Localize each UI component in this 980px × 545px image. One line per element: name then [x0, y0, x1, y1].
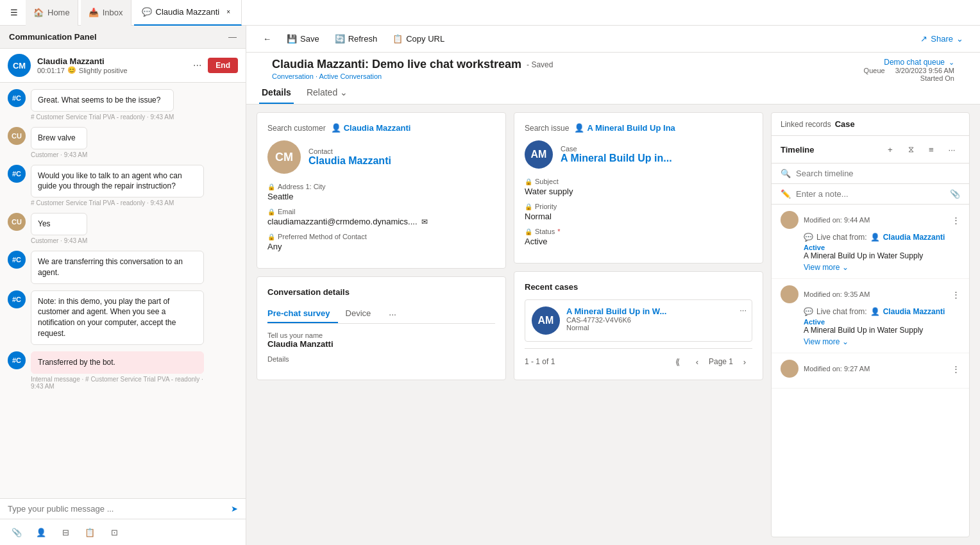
person-icon[interactable]: 👤 — [32, 523, 50, 541]
page-title-area: Claudia Mazzanti: Demo live chat workstr… — [272, 58, 864, 80]
expand-icon[interactable]: ⌄ — [949, 58, 954, 67]
case-link[interactable]: 👤 A Mineral Build Up Ina — [574, 123, 675, 133]
status-field: 🔒 Status * Active — [525, 228, 752, 246]
search-icon: 🔍 — [781, 169, 791, 178]
user-icon-small-2: 👤 — [870, 307, 880, 316]
customer-link[interactable]: 👤 Claudia Mazzanti — [331, 123, 411, 133]
timeline-more-3[interactable]: ⋮ — [952, 364, 960, 374]
page-header-row: Claudia Mazzanti: Demo live chat workstr… — [259, 58, 967, 82]
timeline-item-header-3: Modified on: 9:27 AM ⋮ — [781, 360, 960, 378]
tab-related[interactable]: Related ⌄ — [304, 82, 350, 104]
preferred-contact-field: 🔒 Preferred Method of Contact Any — [267, 233, 495, 251]
breadcrumb-link-2[interactable]: Active Conversation — [319, 72, 382, 80]
customer-search-row: Search customer 👤 Claudia Mazzanti — [267, 123, 495, 133]
timeline-item-type-1: 💬 Live chat from: 👤 Claudia Mazzanti — [804, 233, 960, 242]
email-verify-icon: ✉ — [421, 217, 428, 226]
message-meta: # Customer Service Trial PVA - readonly … — [31, 199, 204, 206]
attachment-icon[interactable]: 📎 — [8, 523, 26, 541]
share-label: Share — [931, 34, 953, 44]
attach-icon[interactable]: 📎 — [950, 189, 960, 199]
subject-value: Water supply — [525, 187, 752, 196]
contact-card-row: CM Claudia Mazzanti 00:01:17 😊 Slightly … — [0, 49, 246, 83]
breadcrumb-link-1[interactable]: Conversation — [272, 72, 314, 80]
recent-cases-card: Recent cases AM A Mineral Build Up in W.… — [514, 271, 763, 380]
device-tab[interactable]: Device — [346, 305, 379, 323]
next-page-btn[interactable]: › — [737, 354, 752, 369]
claudia-tab-close[interactable]: × — [223, 7, 233, 17]
prev-page-btn[interactable]: ‹ — [689, 354, 705, 369]
timeline-more-1[interactable]: ⋮ — [952, 215, 960, 225]
tab-details[interactable]: Details — [259, 82, 294, 104]
back-button[interactable]: ← — [257, 31, 278, 47]
conv-more-icon[interactable]: ··· — [389, 309, 396, 319]
claudia-tab[interactable]: 💬 Claudia Mazzanti × — [134, 0, 242, 26]
case-more-icon[interactable]: ··· — [739, 305, 747, 315]
recent-case-priority: Normal — [566, 324, 745, 331]
message-row: #C Note: in this demo, you play the part… — [8, 290, 238, 345]
quick-reply-icon[interactable]: ⊡ — [105, 523, 123, 541]
queue-label[interactable]: Demo chat queue — [884, 58, 945, 67]
notes-icon[interactable]: 📋 — [81, 523, 99, 541]
contact-big-avatar: CM — [267, 140, 301, 174]
middle-column: Search issue 👤 A Mineral Build Up Ina AM… — [514, 112, 763, 537]
comm-panel-title: Communication Panel — [9, 32, 97, 42]
started-on-date: 3/20/2023 9:56 AM — [895, 67, 954, 74]
timeline-search-input[interactable] — [796, 169, 960, 178]
list-view-btn[interactable]: ≡ — [923, 141, 940, 158]
main-layout: Communication Panel — CM Claudia Mazzant… — [0, 26, 980, 545]
inbox-tab[interactable]: 📥 Inbox — [81, 0, 131, 26]
recent-case-name[interactable]: A Mineral Build Up in W... — [566, 306, 745, 316]
more-options-icon[interactable]: ··· — [193, 60, 201, 71]
recent-cases-title: Recent cases — [525, 282, 752, 292]
add-timeline-btn[interactable]: + — [882, 141, 899, 158]
timeline-item-2: Modified on: 9:35 AM ⋮ 💬 Live chat from:… — [772, 279, 969, 353]
priority-value: Normal — [525, 212, 752, 221]
send-icon[interactable]: ➤ — [231, 504, 238, 514]
timeline-user-link-2[interactable]: Claudia Mazzanti — [883, 307, 945, 316]
first-page-btn[interactable]: ⟪ — [670, 354, 686, 369]
refresh-icon: 🔄 — [335, 34, 345, 44]
timeline-header: Timeline + ⧖ ≡ ··· — [772, 136, 969, 164]
customer-link-icon: 👤 — [331, 123, 341, 133]
copy-url-button[interactable]: 📋 Copy URL — [386, 31, 451, 47]
case-main-name[interactable]: A Mineral Build Up in... — [561, 153, 672, 164]
timeline-item-3: Modified on: 9:27 AM ⋮ — [772, 353, 969, 389]
timeline-items: Modified on: 9:44 AM ⋮ 💬 Live chat from:… — [772, 205, 969, 537]
pre-chat-tab[interactable]: Pre-chat survey — [267, 305, 338, 323]
kb-icon[interactable]: ⊟ — [56, 523, 74, 541]
email-value-row: claudiamazzanti@crmdemo.dynamics.... ✉ — [267, 217, 495, 226]
save-button[interactable]: 💾 Save — [280, 31, 326, 47]
timeline-user-link-1[interactable]: Claudia Mazzanti — [883, 233, 945, 242]
menu-icon[interactable]: ☰ — [5, 4, 23, 22]
timeline-more-2[interactable]: ⋮ — [952, 290, 960, 299]
transferred-bubble: Transferred by the bot. — [31, 351, 204, 374]
view-more-1[interactable]: View more ⌄ — [804, 263, 960, 272]
note-input[interactable] — [796, 189, 945, 199]
subject-field: 🔒 Subject Water supply — [525, 178, 752, 196]
conv-tabs: Pre-chat survey Device ··· — [267, 305, 495, 324]
required-star: * — [557, 228, 560, 235]
related-label: Related — [307, 87, 337, 97]
end-button[interactable]: End — [208, 58, 238, 73]
timeline-item-header: Modified on: 9:44 AM ⋮ — [781, 211, 960, 229]
lock-icon-6: 🔒 — [525, 228, 532, 235]
back-icon: ← — [263, 34, 271, 44]
contact-name: Claudia Mazzanti — [37, 56, 187, 66]
timeline-desc-1: A Mineral Build Up in Water Supply — [804, 251, 960, 260]
home-tab[interactable]: 🏠 Home — [26, 0, 78, 26]
refresh-button[interactable]: 🔄 Refresh — [328, 31, 384, 47]
minimize-icon[interactable]: — — [228, 32, 237, 42]
customer-card: Search customer 👤 Claudia Mazzanti CM Co… — [257, 112, 506, 269]
chat-input[interactable] — [8, 504, 226, 514]
timeline-avatar-2 — [781, 285, 798, 303]
message-bubble-wrap: Note: in this demo, you play the part of… — [31, 290, 204, 345]
contact-avatar: CM — [8, 54, 31, 77]
contact-main-name[interactable]: Claudia Mazzanti — [308, 155, 391, 167]
share-button[interactable]: ↗ Share ⌄ — [914, 31, 970, 47]
priority-label: 🔒 Priority — [525, 203, 752, 210]
content-area: Search customer 👤 Claudia Mazzanti CM Co… — [246, 105, 980, 545]
more-timeline-btn[interactable]: ··· — [943, 141, 960, 158]
filter-timeline-btn[interactable]: ⧖ — [902, 141, 919, 158]
view-more-2[interactable]: View more ⌄ — [804, 337, 960, 346]
conv-details-title: Conversation details — [267, 287, 495, 297]
